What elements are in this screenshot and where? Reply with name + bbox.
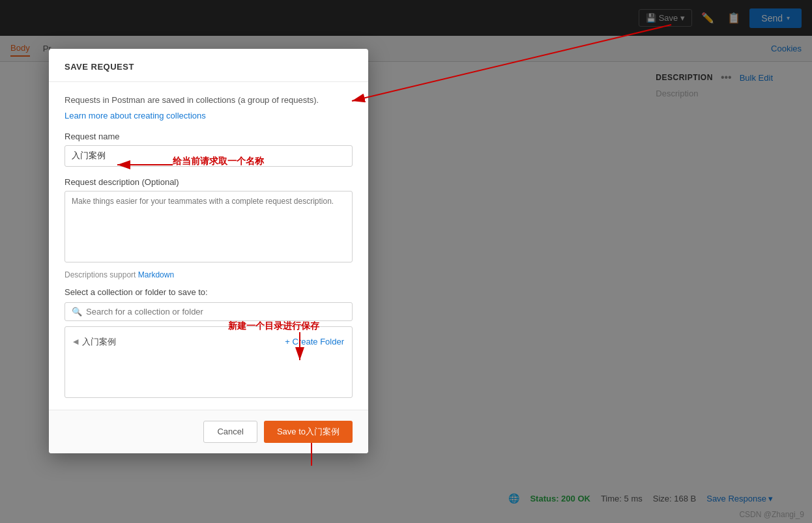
markdown-link[interactable]: Markdown bbox=[138, 270, 174, 279]
collection-arrow-icon: ◀ bbox=[73, 337, 78, 346]
create-folder-button[interactable]: + Create Folder bbox=[285, 337, 344, 346]
cancel-button[interactable]: Cancel bbox=[203, 421, 257, 443]
dialog-title: SAVE REQUEST bbox=[65, 62, 134, 72]
save-request-dialog: SAVE REQUEST Requests in Postman are sav… bbox=[49, 49, 368, 453]
markdown-text: Descriptions support bbox=[65, 270, 136, 279]
search-collection-input[interactable] bbox=[86, 307, 345, 317]
dialog-info-text: Requests in Postman are saved in collect… bbox=[65, 94, 353, 107]
learn-more-link[interactable]: Learn more about creating collections bbox=[65, 111, 206, 120]
collection-item-name: 入门案例 bbox=[82, 336, 116, 348]
collection-list: ◀ 入门案例 + Create Folder bbox=[65, 326, 353, 398]
save-to-button[interactable]: Save to入门案例 bbox=[264, 421, 353, 443]
request-name-label: Request name bbox=[65, 132, 353, 141]
description-textarea[interactable] bbox=[65, 191, 353, 262]
description-field-label: Request description (Optional) bbox=[65, 177, 353, 187]
collection-item-left: ◀ 入门案例 bbox=[73, 336, 116, 348]
select-collection-label: Select a collection or folder to save to… bbox=[65, 287, 353, 297]
collection-item[interactable]: ◀ 入门案例 + Create Folder bbox=[65, 332, 352, 352]
markdown-note: Descriptions support Markdown bbox=[65, 270, 353, 279]
dialog-footer: Cancel Save to入门案例 bbox=[49, 410, 368, 453]
search-collection-box: 🔍 bbox=[65, 302, 353, 321]
dialog-header: SAVE REQUEST bbox=[49, 49, 368, 82]
request-name-input[interactable] bbox=[65, 145, 353, 167]
search-icon: 🔍 bbox=[72, 307, 82, 317]
dialog-body: Requests in Postman are saved in collect… bbox=[49, 82, 368, 410]
